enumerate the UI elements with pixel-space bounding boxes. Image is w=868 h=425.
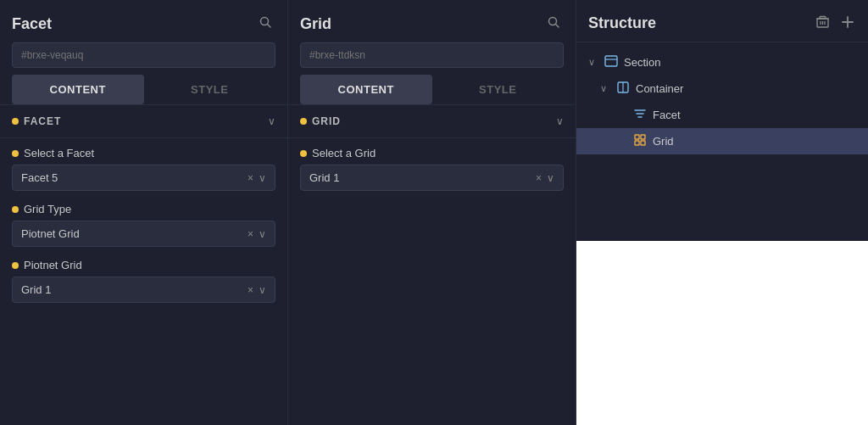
svg-rect-12 <box>605 56 617 66</box>
tree-item-grid[interactable]: › Grid <box>576 128 868 154</box>
grid-tree-icon <box>632 134 648 148</box>
facet-tree-icon <box>632 108 648 122</box>
facet-panel: Facet CONTENT STYLE FACET ∨ Select a Fac… <box>0 0 288 425</box>
facet-select-facet-item: Select a Facet Facet 5 × ∨ <box>0 138 287 194</box>
grid-type-bullet <box>12 206 19 213</box>
piotnet-grid-label: Piotnet Grid <box>24 259 82 271</box>
section-icon <box>604 55 619 70</box>
piotnet-grid-value: Grid 1 <box>21 283 51 296</box>
grid-panel-header: Grid <box>288 0 576 42</box>
select-grid-chevron-icon: ∨ <box>547 172 554 184</box>
structure-panel: Structure <box>576 0 868 425</box>
facet-search-button[interactable] <box>255 14 275 34</box>
facet-section-label: FACET <box>24 115 61 127</box>
select-grid-clear-icon[interactable]: × <box>536 172 542 184</box>
grid-type-chevron-icon: ∨ <box>259 228 266 240</box>
svg-rect-16 <box>635 135 639 139</box>
select-grid-bullet <box>300 150 307 157</box>
tree-item-section[interactable]: ∨ Section <box>576 49 868 75</box>
structure-header: Structure <box>576 0 868 42</box>
facet-grid-type-item: Grid Type Piotnet Grid × ∨ <box>0 194 287 250</box>
select-grid-dropdown[interactable]: Grid 1 × ∨ <box>300 165 564 191</box>
facet-panel-header: Facet <box>0 0 287 42</box>
structure-add-button[interactable] <box>839 14 856 33</box>
trash-icon <box>816 15 829 29</box>
facet-tab-style[interactable]: STYLE <box>144 75 276 104</box>
select-grid-label: Select a Grid <box>312 147 376 159</box>
grid-tab-style[interactable]: STYLE <box>432 75 565 104</box>
facet-id-row <box>0 42 287 75</box>
select-facet-chevron-icon: ∨ <box>259 172 266 184</box>
grid-search-icon <box>547 15 560 29</box>
white-area <box>576 241 868 426</box>
facet-panel-content: FACET ∨ Select a Facet Facet 5 × ∨ Grid … <box>0 105 287 425</box>
svg-line-1 <box>268 25 271 28</box>
grid-section-chevron: ∨ <box>556 115 564 127</box>
select-facet-bullet <box>12 150 19 157</box>
grid-type-clear-icon[interactable]: × <box>248 228 253 240</box>
select-facet-clear-icon[interactable]: × <box>248 172 253 184</box>
select-facet-label: Select a Facet <box>24 147 94 159</box>
select-facet-dropdown[interactable]: Facet 5 × ∨ <box>12 165 275 191</box>
container-chevron-icon: ∨ <box>600 83 610 94</box>
grid-select-grid-item: Select a Grid Grid 1 × ∨ <box>288 138 576 194</box>
grid-tab-content[interactable]: CONTENT <box>300 75 432 104</box>
facet-tab-content[interactable]: CONTENT <box>12 75 144 104</box>
grid-tab-row: CONTENT STYLE <box>288 75 576 105</box>
search-icon <box>259 15 272 29</box>
facet-section-chevron: ∨ <box>268 115 275 127</box>
svg-line-3 <box>556 25 559 28</box>
container-label: Container <box>636 82 683 95</box>
piotnet-grid-dropdown[interactable]: Grid 1 × ∨ <box>12 277 275 303</box>
facet-id-input[interactable] <box>12 42 275 68</box>
structure-title: Structure <box>588 14 656 32</box>
facet-tree-label: Facet <box>653 109 681 121</box>
plus-icon <box>841 15 854 29</box>
svg-rect-19 <box>641 141 645 145</box>
grid-panel-title: Grid <box>300 15 331 33</box>
container-icon <box>615 81 631 96</box>
grid-type-value: Piotnet Grid <box>21 227 80 240</box>
section-label: Section <box>624 56 660 69</box>
grid-id-input[interactable] <box>300 42 564 68</box>
grid-search-button[interactable] <box>543 14 564 34</box>
grid-tree-label: Grid <box>653 135 674 148</box>
facet-section-header[interactable]: FACET ∨ <box>0 105 287 138</box>
grid-type-dropdown[interactable]: Piotnet Grid × ∨ <box>12 221 275 247</box>
structure-panel-wrapper: Structure <box>576 0 868 425</box>
tree-item-container[interactable]: ∨ Container <box>576 75 868 102</box>
structure-tree: ∨ Section ∨ Container <box>576 42 868 241</box>
grid-section-label: GRID <box>312 115 341 127</box>
tree-item-facet[interactable]: › Facet <box>576 102 868 128</box>
grid-panel: Grid CONTENT STYLE GRID ∨ Select a Grid <box>288 0 576 425</box>
select-facet-value: Facet 5 <box>21 171 58 184</box>
piotnet-grid-bullet <box>12 262 19 269</box>
svg-rect-17 <box>641 135 645 139</box>
svg-rect-18 <box>635 141 639 145</box>
grid-panel-content: GRID ∨ Select a Grid Grid 1 × ∨ <box>288 105 576 425</box>
grid-type-label: Grid Type <box>24 203 71 215</box>
grid-section-header[interactable]: GRID ∨ <box>288 105 576 138</box>
select-grid-value: Grid 1 <box>309 171 339 184</box>
grid-section-bullet <box>300 118 307 125</box>
facet-section-bullet <box>12 118 19 125</box>
facet-tab-row: CONTENT STYLE <box>0 75 287 105</box>
structure-delete-button[interactable] <box>815 14 831 33</box>
facet-panel-title: Facet <box>12 15 52 33</box>
section-chevron-icon: ∨ <box>588 57 598 68</box>
piotnet-grid-clear-icon[interactable]: × <box>248 284 253 296</box>
facet-piotnet-grid-item: Piotnet Grid Grid 1 × ∨ <box>0 250 287 306</box>
grid-id-row <box>288 42 576 75</box>
piotnet-grid-chevron-icon: ∨ <box>259 284 266 296</box>
